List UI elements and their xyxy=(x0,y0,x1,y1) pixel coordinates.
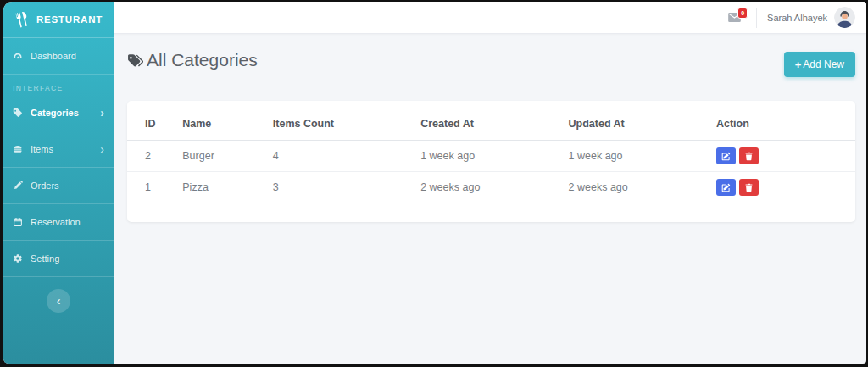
brand-logo[interactable]: RESTURANT xyxy=(3,2,114,38)
sidebar-collapse-button[interactable]: ‹ xyxy=(47,289,70,313)
column-header-action: Action xyxy=(716,108,855,141)
sidebar-item-dashboard[interactable]: Dashboard› xyxy=(3,38,114,75)
page-title-text: All Categories xyxy=(147,50,258,70)
cell-id: 2 xyxy=(127,141,182,172)
sidebar: RESTURANT Dashboard›INTERFACECategories›… xyxy=(3,2,114,364)
cell-updated-at: 1 week ago xyxy=(569,141,716,172)
brand-name: RESTURANT xyxy=(36,14,103,25)
cell-created-at: 1 week ago xyxy=(420,141,568,172)
column-header-created-at: Created At xyxy=(420,108,568,141)
title-row: All Categories + Add New xyxy=(127,50,855,77)
sidebar-item-label: Reservation xyxy=(31,217,81,227)
notification-badge: 0 xyxy=(737,8,748,19)
edit-button[interactable] xyxy=(716,179,736,196)
user-name: Sarah Alhayek xyxy=(767,13,827,23)
delete-button[interactable] xyxy=(739,179,759,196)
trash-icon xyxy=(744,152,754,161)
sidebar-item-reservation[interactable]: Reservation› xyxy=(3,204,114,241)
sidebar-item-label: Dashboard xyxy=(31,51,76,61)
column-header-id: ID xyxy=(127,108,182,141)
pencil-icon xyxy=(13,181,24,191)
categories-card: IDNameItems CountCreated AtUpdated AtAct… xyxy=(127,101,855,222)
table-row: 2Burger41 week ago1 week ago xyxy=(127,141,855,172)
sidebar-collapse-wrap: ‹ xyxy=(3,277,114,325)
cell-name: Pizza xyxy=(182,172,273,203)
sidebar-item-label: Categories xyxy=(31,108,79,118)
cell-created-at: 2 weeks ago xyxy=(420,172,568,203)
add-new-button[interactable]: + Add New xyxy=(784,52,855,77)
sidebar-section-label: INTERFACE xyxy=(3,75,114,95)
chevron-right-icon: › xyxy=(100,143,104,155)
top-header: 0 Sarah Alhayek xyxy=(114,2,866,34)
delete-button[interactable] xyxy=(739,147,759,164)
categories-table: IDNameItems CountCreated AtUpdated AtAct… xyxy=(127,108,855,203)
sidebar-item-categories[interactable]: Categories› xyxy=(3,95,114,131)
table-row: 1Pizza32 weeks ago2 weeks ago xyxy=(127,172,855,203)
table-header-row: IDNameItems CountCreated AtUpdated AtAct… xyxy=(127,108,855,141)
cell-items-count: 4 xyxy=(273,141,420,172)
sidebar-item-label: Setting xyxy=(31,253,59,264)
column-header-name: Name xyxy=(182,108,273,141)
sidebar-item-orders[interactable]: Orders› xyxy=(3,168,114,204)
header-divider xyxy=(756,8,757,28)
table-body: 2Burger41 week ago1 week ago1Pizza32 wee… xyxy=(127,141,855,203)
page-content: All Categories + Add New IDNameItems Cou… xyxy=(114,34,866,364)
tags-icon xyxy=(127,53,145,69)
cell-id: 1 xyxy=(127,172,182,203)
column-header-updated-at: Updated At xyxy=(569,108,716,141)
gear-icon xyxy=(13,253,24,264)
dashboard-icon xyxy=(13,51,24,61)
notifications-button[interactable]: 0 xyxy=(728,13,741,22)
cell-updated-at: 2 weeks ago xyxy=(569,172,716,203)
sidebar-item-setting[interactable]: Setting› xyxy=(3,241,114,277)
sidebar-item-items[interactable]: Items› xyxy=(3,131,114,168)
chevron-right-icon: › xyxy=(100,107,104,119)
cell-items-count: 3 xyxy=(273,172,420,203)
main-area: 0 Sarah Alhayek All Cate xyxy=(114,2,866,364)
user-menu[interactable]: Sarah Alhayek xyxy=(767,7,855,28)
page-title: All Categories xyxy=(127,50,258,70)
tag-icon xyxy=(13,108,24,118)
chevron-left-icon: ‹ xyxy=(57,294,61,308)
sidebar-item-label: Orders xyxy=(31,181,59,191)
app-window: RESTURANT Dashboard›INTERFACECategories›… xyxy=(3,2,866,364)
add-new-label: Add New xyxy=(803,58,844,70)
edit-button[interactable] xyxy=(716,147,736,164)
fork-knife-icon xyxy=(14,11,31,28)
cell-actions xyxy=(716,141,855,172)
sidebar-nav: Dashboard›INTERFACECategories›Items›Orde… xyxy=(3,38,114,277)
avatar xyxy=(834,7,855,28)
cell-name: Burger xyxy=(182,141,273,172)
burger-icon xyxy=(13,144,24,154)
calendar-icon xyxy=(13,217,24,227)
column-header-items-count: Items Count xyxy=(273,108,420,141)
sidebar-item-label: Items xyxy=(31,144,53,154)
edit-icon xyxy=(721,152,731,161)
cell-actions xyxy=(716,172,855,203)
plus-icon: + xyxy=(795,59,802,70)
trash-icon xyxy=(744,183,754,192)
edit-icon xyxy=(721,183,731,192)
